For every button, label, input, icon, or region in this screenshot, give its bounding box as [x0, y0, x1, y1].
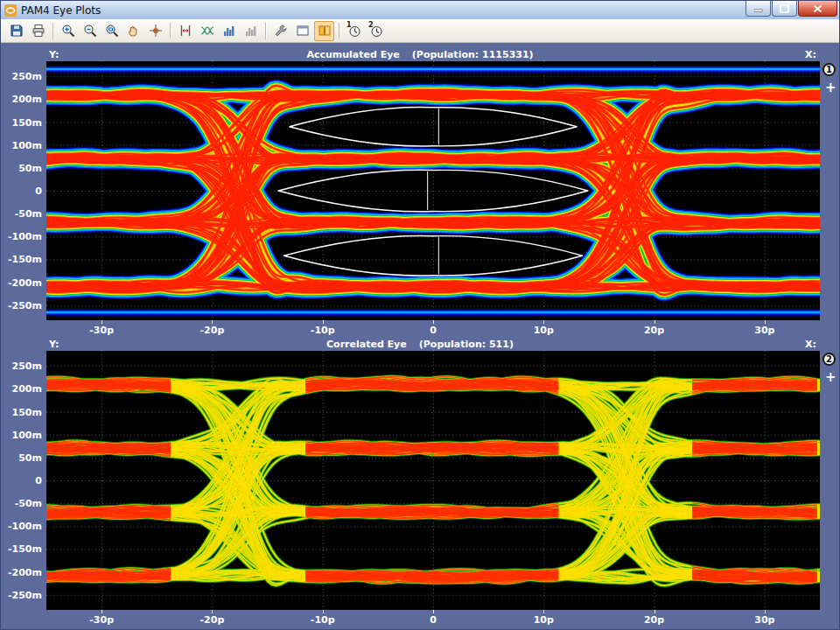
x-tick-mark: [323, 610, 324, 613]
app-icon: [4, 4, 17, 17]
x-tick-label: 10p: [534, 325, 554, 336]
x-tick-mark: [102, 610, 102, 613]
plot-gutter: 2 +: [820, 351, 840, 610]
x-tick-mark: [543, 610, 544, 613]
zoom-out-icon: [83, 24, 97, 38]
x-tick-label: 30p: [754, 614, 774, 626]
correlated-eye-canvas[interactable]: [46, 351, 820, 610]
wrench-icon: [274, 24, 288, 38]
save-button[interactable]: [6, 21, 26, 41]
y-tick-label: -150m: [8, 543, 42, 555]
clock-2-button[interactable]: 2: [366, 21, 386, 41]
layout-split-icon: [318, 24, 332, 38]
plot-area: Y: Accumulated Eye(Population: 1115331) …: [1, 43, 839, 627]
close-button[interactable]: [798, 1, 837, 17]
mask-test-icon: [244, 24, 258, 38]
pan-hand-icon: [127, 24, 141, 38]
x-tick-mark: [654, 320, 655, 324]
x-tick-label: -30p: [89, 614, 114, 626]
x-tick-label: -20p: [200, 614, 225, 626]
maximize-icon: [780, 4, 789, 13]
zoom-in-button[interactable]: [58, 21, 78, 41]
x-tick-label: 20p: [644, 325, 664, 336]
save-icon: [10, 24, 24, 38]
y-tick-label: -100m: [8, 521, 42, 532]
y-tick-label: 200m: [12, 94, 42, 105]
x-axis-title: X:: [805, 49, 816, 60]
zoom-plus-button[interactable]: +: [825, 372, 836, 382]
zoom-window-icon: [105, 24, 119, 38]
x-tick-mark: [102, 320, 102, 324]
y-tick-label: -150m: [8, 254, 42, 265]
x-axis-tick-labels: -30p-20p-10p010p20p30p: [46, 610, 820, 627]
minimize-button[interactable]: [746, 1, 771, 17]
toolbar-separator: [339, 23, 340, 39]
correlated-eye-plot: Y: Correlated Eye(Population: 511) X: 25…: [1, 338, 839, 627]
plot-gutter: 1 +: [820, 61, 840, 320]
data-cursor-button[interactable]: [145, 21, 165, 41]
x-tick-mark: [765, 320, 766, 324]
print-icon: [32, 24, 46, 38]
print-button[interactable]: [28, 21, 48, 41]
zoom-plus-button[interactable]: +: [825, 82, 836, 93]
zoom-window-button[interactable]: [102, 21, 122, 41]
x-tick-mark: [212, 610, 213, 613]
histogram-button[interactable]: [219, 21, 239, 41]
x-tick-mark: [654, 610, 655, 613]
plot-number-badge[interactable]: 2: [822, 353, 836, 366]
settings-wrench-button[interactable]: [270, 21, 290, 41]
markers-button[interactable]: [175, 21, 195, 41]
x-tick-label: -10p: [311, 325, 335, 336]
layout-single-icon: [296, 24, 310, 38]
x-tick-label: 0: [430, 614, 437, 626]
y-axis-title: Y:: [49, 49, 59, 60]
toolbar: 1 2: [1, 19, 839, 43]
clock-1-button[interactable]: 1: [344, 21, 364, 41]
y-tick-label: 250m: [12, 360, 42, 372]
y-axis-tick-labels: 250m200m150m100m50m0-50m-100m-150m-200m-…: [1, 351, 46, 610]
accumulated-eye-canvas[interactable]: [46, 61, 820, 320]
close-icon: [813, 4, 822, 13]
y-tick-label: -250m: [8, 589, 42, 600]
y-tick-label: 100m: [12, 139, 42, 150]
y-tick-label: 250m: [12, 71, 42, 82]
x-tick-label: -30p: [89, 325, 114, 336]
x-axis-title: X:: [805, 339, 816, 350]
accumulated-eye-plot: Y: Accumulated Eye(Population: 1115331) …: [1, 48, 839, 338]
plot-header: Y: Correlated Eye(Population: 511) X:: [1, 338, 839, 351]
data-cursor-icon: [149, 24, 163, 38]
eye-diagram-icon: [200, 24, 214, 38]
pam4-eye-plots-window: PAM4 Eye Plots: [0, 0, 840, 630]
x-tick-mark: [433, 320, 434, 324]
y-tick-label: 150m: [12, 116, 42, 128]
zoom-out-button[interactable]: [80, 21, 100, 41]
population-label: (Population: 511): [419, 339, 514, 350]
plot-number-badge[interactable]: 1: [822, 63, 836, 76]
mask-test-button[interactable]: [241, 21, 261, 41]
titlebar[interactable]: PAM4 Eye Plots: [1, 1, 839, 19]
layout-split-button[interactable]: [314, 21, 334, 41]
plot-title: Accumulated Eye(Population: 1115331): [306, 49, 533, 60]
y-tick-label: 200m: [12, 383, 42, 395]
y-tick-label: 150m: [12, 406, 42, 417]
toolbar-separator: [170, 23, 171, 39]
y-axis-title: Y:: [49, 339, 59, 350]
x-tick-label: 30p: [754, 325, 774, 336]
y-tick-label: -50m: [15, 498, 42, 509]
eye-diagram-button[interactable]: [197, 21, 217, 41]
y-tick-label: 50m: [18, 162, 42, 173]
y-tick-label: -250m: [8, 299, 42, 311]
maximize-button[interactable]: [772, 1, 797, 17]
x-tick-label: -10p: [311, 614, 335, 626]
y-tick-label: 0: [35, 186, 42, 197]
clock-2-label: 2: [368, 22, 374, 29]
toolbar-separator: [52, 23, 53, 39]
x-axis-tick-labels: -30p-20p-10p010p20p30p: [46, 320, 820, 338]
pan-button[interactable]: [123, 21, 144, 41]
x-tick-mark: [323, 320, 324, 324]
y-tick-label: -200m: [8, 566, 42, 578]
population-label: (Population: 1115331): [412, 49, 534, 60]
x-tick-mark: [543, 320, 544, 324]
layout-single-button[interactable]: [292, 21, 312, 41]
y-tick-label: -50m: [15, 208, 42, 220]
